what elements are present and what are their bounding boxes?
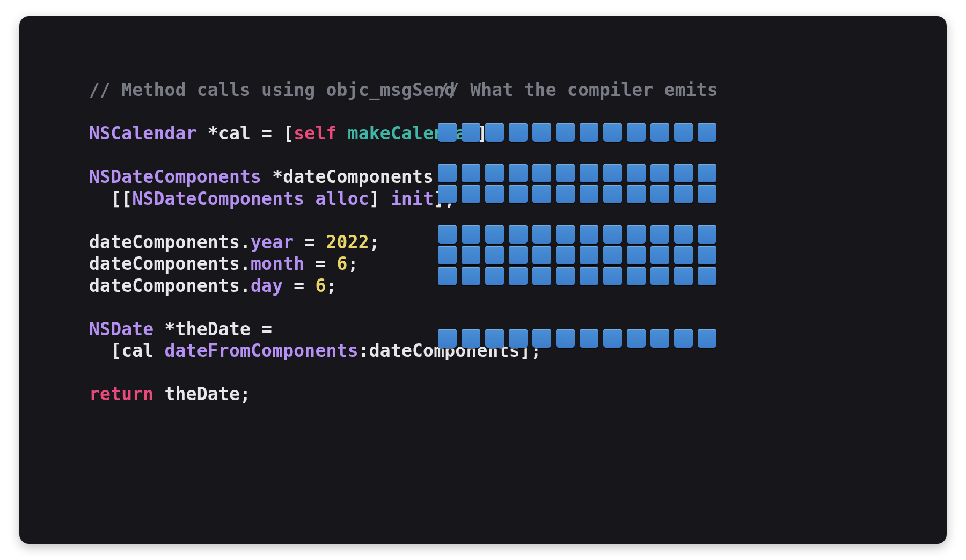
instruction-cube	[556, 246, 575, 264]
instruction-cube	[580, 329, 598, 348]
instruction-cube	[485, 123, 504, 142]
instruction-cube	[462, 267, 480, 285]
instruction-cube	[509, 267, 528, 285]
instruction-cube	[485, 329, 504, 348]
instruction-cube	[580, 185, 598, 203]
instruction-cube	[580, 246, 598, 264]
instruction-cube	[438, 225, 457, 244]
instruction-group	[438, 225, 857, 285]
instruction-group	[438, 164, 857, 203]
instruction-cube	[532, 185, 551, 203]
instruction-cube	[462, 123, 480, 142]
instruction-row	[438, 123, 857, 142]
instruction-cube	[698, 267, 716, 285]
instruction-cube	[627, 185, 646, 203]
instruction-cube	[650, 329, 669, 348]
instruction-cube	[627, 246, 646, 264]
instruction-cube	[698, 246, 716, 264]
instruction-cube	[650, 123, 669, 142]
code-comment-right: // What the compiler emits	[438, 79, 857, 101]
instruction-cube	[462, 164, 480, 182]
instruction-cube	[650, 185, 669, 203]
compiler-output-column: // What the compiler emits	[438, 79, 857, 406]
instruction-cube	[698, 123, 716, 142]
instruction-cube	[603, 123, 622, 142]
slide-card: // Method calls using objc_msgSend NSCal…	[19, 16, 947, 544]
instruction-cube	[674, 246, 693, 264]
instruction-cube	[462, 246, 480, 264]
instruction-cube	[580, 225, 598, 244]
instruction-row	[438, 267, 857, 285]
instruction-cube	[698, 164, 716, 182]
instruction-cube	[462, 185, 480, 203]
code-comment-left: // Method calls using objc_msgSend	[89, 79, 455, 100]
instruction-cube	[532, 246, 551, 264]
instruction-cube	[580, 123, 598, 142]
instruction-cube	[674, 123, 693, 142]
instruction-cube	[485, 267, 504, 285]
instruction-cube	[650, 225, 669, 244]
instruction-cube	[532, 329, 551, 348]
instruction-cube	[627, 225, 646, 244]
instruction-cube	[698, 329, 716, 348]
instruction-row	[438, 225, 857, 244]
instruction-cube	[674, 225, 693, 244]
instruction-cube	[462, 225, 480, 244]
instruction-row	[438, 185, 857, 203]
columns: // Method calls using objc_msgSend NSCal…	[19, 16, 947, 406]
instruction-cube	[698, 225, 716, 244]
instruction-cube	[509, 329, 528, 348]
instruction-cube	[650, 164, 669, 182]
instruction-cube	[532, 267, 551, 285]
instruction-cube	[485, 164, 504, 182]
instruction-cube	[485, 185, 504, 203]
instruction-cube	[603, 267, 622, 285]
instruction-cube	[532, 225, 551, 244]
instruction-cube	[580, 267, 598, 285]
instruction-cube	[509, 225, 528, 244]
instruction-cube	[556, 267, 575, 285]
instruction-cube	[438, 123, 457, 142]
instruction-cube	[580, 164, 598, 182]
instruction-cube	[556, 329, 575, 348]
instruction-cube	[603, 164, 622, 182]
instruction-cube	[556, 123, 575, 142]
instruction-row	[438, 246, 857, 264]
instruction-cube	[603, 185, 622, 203]
instruction-cube	[603, 246, 622, 264]
instruction-group	[438, 329, 857, 348]
instruction-cube	[674, 164, 693, 182]
instruction-cube	[462, 329, 480, 348]
instruction-cube	[438, 164, 457, 182]
instruction-cube	[532, 164, 551, 182]
instruction-cube	[650, 246, 669, 264]
instruction-cube	[627, 164, 646, 182]
instruction-cube	[674, 267, 693, 285]
instruction-cube	[438, 185, 457, 203]
instruction-cube	[627, 123, 646, 142]
instruction-cube	[698, 185, 716, 203]
instruction-cube	[603, 329, 622, 348]
instruction-cube	[485, 246, 504, 264]
instruction-cube	[627, 267, 646, 285]
code-column: // Method calls using objc_msgSend NSCal…	[19, 79, 438, 406]
instruction-cube	[650, 267, 669, 285]
instruction-cube	[509, 123, 528, 142]
instruction-group	[438, 123, 857, 142]
instruction-cube	[509, 246, 528, 264]
instruction-cube	[532, 123, 551, 142]
instruction-cube	[556, 164, 575, 182]
instruction-cube	[485, 225, 504, 244]
instruction-cube	[674, 329, 693, 348]
instruction-cube	[438, 246, 457, 264]
instruction-cube	[556, 185, 575, 203]
instruction-cube	[674, 185, 693, 203]
instruction-row	[438, 164, 857, 182]
instruction-cube	[438, 329, 457, 348]
instruction-cube	[438, 267, 457, 285]
instruction-cube	[627, 329, 646, 348]
instruction-cube	[509, 164, 528, 182]
instruction-row	[438, 329, 857, 348]
instruction-blocks	[438, 123, 857, 348]
instruction-cube	[509, 185, 528, 203]
